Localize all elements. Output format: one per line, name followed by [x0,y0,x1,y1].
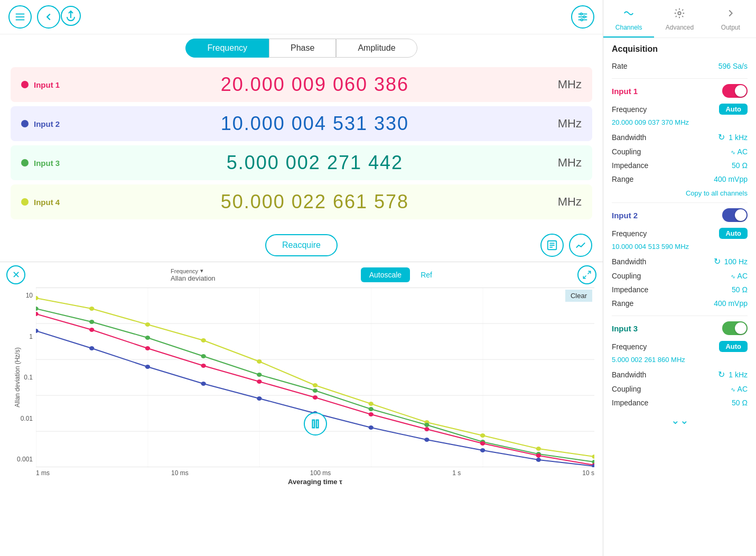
y-tick-0001: 0.001 [17,456,33,463]
expand-button[interactable] [577,265,596,284]
chart-close-button[interactable]: ✕ [6,265,25,284]
chart-button[interactable] [569,234,592,257]
svg-point-63 [145,365,150,369]
y-axis-label: Allan deviation (Hz/s) [14,347,21,407]
svg-rect-73 [316,420,318,428]
in1-impedance-label: Impedance [612,161,648,170]
svg-point-51 [89,328,94,332]
input-row-2: Input 2 10.000 004 531 330 MHz [11,106,592,141]
in3-impedance-value: 50 Ω [732,399,748,407]
sidebar-in2-range-row: Range 400 mVpp [612,296,748,310]
toggle-input1-thumb [735,85,746,97]
nav-advanced[interactable]: Advanced [654,4,705,38]
chart-metric-sub: Allan deviation [171,274,216,282]
svg-point-36 [480,433,485,438]
chart-metric-label: Frequency ▾ Allan deviation [171,267,216,282]
in1-coupling-label: Coupling [612,147,641,156]
sidebar-in2-freq-row: Frequency Auto [612,225,748,242]
dot-input1 [21,81,29,88]
toggle-input3[interactable] [722,321,748,335]
sidebar-in3-coupling-row: Coupling ∿ AC [612,382,748,396]
nav-channels[interactable]: Channels [603,4,654,38]
upload-icon-btn[interactable] [60,5,81,29]
in2-coupling-label: Coupling [612,272,641,280]
svg-point-41 [145,336,150,340]
svg-point-32 [257,359,262,364]
svg-point-62 [89,346,94,350]
svg-point-74 [678,12,682,15]
x-tick-1s: 1 s [452,469,461,477]
channels-icon [623,7,634,22]
svg-point-58 [480,441,485,446]
back-button[interactable] [37,5,60,29]
sidebar-input1-title: Input 1 [612,87,638,96]
in3-freq-auto[interactable]: Auto [719,341,748,352]
nav-advanced-label: Advanced [666,24,694,31]
svg-point-46 [424,423,429,427]
right-action-icons [540,234,592,257]
clear-button[interactable]: Clear [565,290,592,302]
input3-value: 5.000 002 271 442 [76,152,554,174]
sidebar-in3-freq-row: Frequency Auto [612,338,748,355]
settings-button[interactable] [571,5,594,29]
input1-value: 20.000 009 060 386 [76,73,554,96]
chart-plot-area: Clear [36,288,594,467]
scroll-indicator: ⌄⌄ [612,414,748,427]
sidebar-in1-bw-row: Bandwidth ↻ 1 kHz [612,129,748,145]
in2-impedance-value: 50 Ω [732,285,748,294]
sidebar-in1-impedance-row: Impedance 50 Ω [612,159,748,172]
svg-point-42 [201,354,206,358]
in1-freq-auto[interactable]: Auto [719,104,748,115]
sidebar-in1-freq-row: Frequency Auto [612,101,748,117]
sidebar-in3-impedance-row: Impedance 50 Ω [612,396,748,410]
refresh-icon-in3: ↻ [718,370,725,379]
in1-coupling-value: ∿ AC [731,147,748,156]
tab-amplitude[interactable]: Amplitude [336,39,417,58]
toggle-input2[interactable] [722,208,748,222]
ref-button[interactable]: Ref [421,271,432,279]
dot-input2 [21,120,29,127]
reacquire-button[interactable]: Reacquire [265,234,338,256]
x-tick-1ms: 1 ms [36,469,50,477]
sidebar: Channels Advanced Output Acquisition Rat… [603,0,756,556]
input-row-3: Input 3 5.000 002 271 442 MHz [11,145,592,180]
in1-impedance-value: 50 Ω [732,161,748,170]
reacquire-area: Reacquire [0,229,603,262]
svg-point-54 [257,379,262,384]
menu-button[interactable] [8,5,32,29]
nav-channels-label: Channels [615,24,642,31]
x-tick-10s: 10 s [582,469,594,477]
svg-rect-72 [312,420,314,428]
toggle-input1[interactable] [722,84,748,98]
rate-label: Rate [612,62,628,70]
toggle-input3-thumb [735,322,746,334]
chart-wrapper: 10 1 0.1 0.01 0.001 Allan deviation (Hz/… [8,288,594,488]
refresh-icon-in2: ↻ [714,257,721,266]
copy-all-channels-link[interactable]: Copy to all channels [612,189,748,197]
notes-button[interactable] [540,234,564,257]
pause-button[interactable] [304,412,327,435]
in2-bw-value: ↻ 100 Hz [714,256,748,266]
svg-point-64 [201,382,206,386]
svg-point-45 [369,407,374,411]
in3-coupling-value: ∿ AC [731,385,748,393]
svg-line-19 [583,276,586,279]
in1-bw-label: Bandwidth [612,133,646,142]
ac-icon-in1: ∿ [731,149,735,155]
rate-value: 596 Sa/s [718,62,748,70]
nav-output[interactable]: Output [705,4,756,38]
sidebar-input2-title: Input 2 [612,211,638,220]
svg-point-10 [583,16,585,18]
svg-point-52 [145,346,150,350]
tab-phase[interactable]: Phase [269,39,336,58]
tab-frequency[interactable]: Frequency [185,39,269,58]
in2-coupling-value: ∿ AC [731,272,748,280]
in2-freq-label: Frequency [612,229,647,238]
input3-unit: MHz [558,156,582,170]
autoscale-button[interactable]: Autoscale [361,267,410,282]
in2-freq-auto[interactable]: Auto [719,228,748,239]
in2-range-label: Range [612,299,633,308]
in2-impedance-label: Impedance [612,285,648,294]
svg-point-57 [424,427,429,431]
in1-freq-value: 20.000 009 037 370 MHz [612,118,748,126]
